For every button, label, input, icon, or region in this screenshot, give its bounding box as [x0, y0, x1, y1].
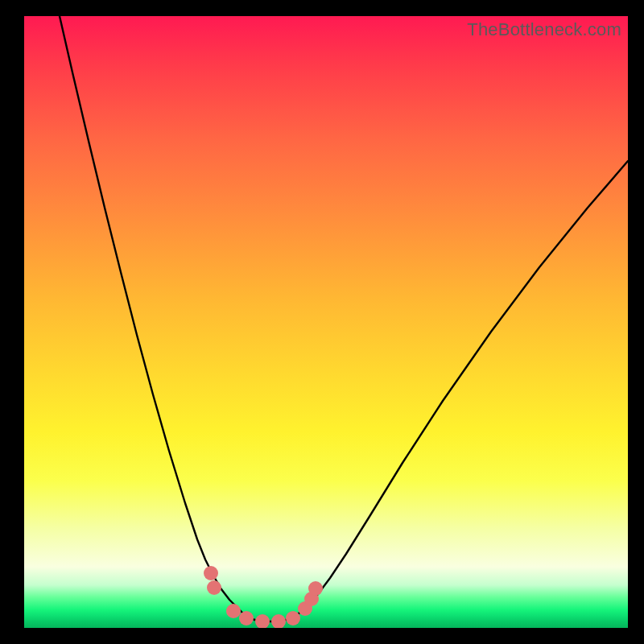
valley-marker [239, 611, 254, 625]
curve-svg [24, 16, 628, 628]
valley-marker [286, 611, 300, 625]
valley-marker [226, 604, 241, 618]
valley-marker [308, 581, 323, 596]
valley-marker [271, 614, 286, 628]
valley-marker [207, 580, 221, 595]
valley-markers [204, 566, 323, 628]
valley-marker [255, 614, 270, 628]
chart-frame: TheBottleneck.com [0, 0, 644, 644]
valley-marker [204, 566, 218, 580]
bottleneck-curve [60, 16, 628, 621]
plot-area: TheBottleneck.com [24, 16, 628, 628]
